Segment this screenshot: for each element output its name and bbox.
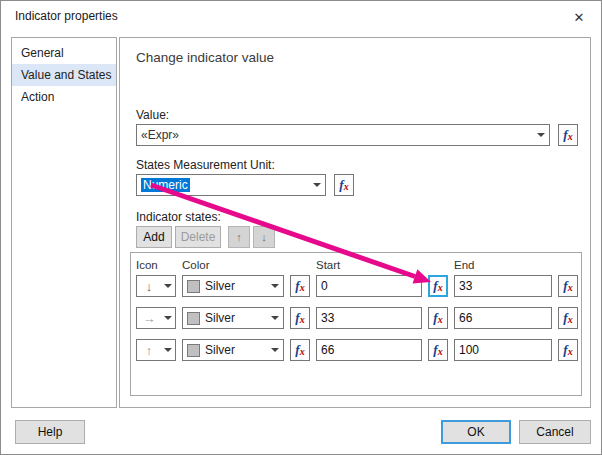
fx-x-glyph: x bbox=[568, 282, 573, 293]
fx-x-glyph: x bbox=[300, 282, 305, 293]
end-input[interactable] bbox=[454, 275, 552, 297]
end-fx-button[interactable]: fx bbox=[558, 307, 578, 329]
fx-x-glyph: x bbox=[438, 346, 443, 357]
column-header-color: Color bbox=[182, 259, 284, 271]
indicator-state-row: → Silver fx fx fx bbox=[136, 307, 576, 329]
indicator-states-table: Icon Color Start End ↓ Silver fx bbox=[130, 252, 582, 396]
help-button[interactable]: Help bbox=[15, 420, 85, 444]
start-input[interactable] bbox=[316, 307, 422, 329]
start-input[interactable] bbox=[316, 339, 422, 361]
indicator-properties-dialog: Indicator properties ✕ General Value and… bbox=[0, 0, 602, 455]
icon-combobox[interactable]: → bbox=[136, 307, 176, 329]
icon-combobox[interactable]: ↑ bbox=[136, 339, 176, 361]
end-fx-button[interactable]: fx bbox=[558, 339, 578, 361]
color-fx-button[interactable]: fx bbox=[290, 339, 310, 361]
unit-selected-text: Numeric bbox=[141, 178, 190, 192]
end-input[interactable] bbox=[454, 339, 552, 361]
move-up-icon[interactable]: ↑ bbox=[228, 226, 250, 248]
unit-fx-button[interactable]: fx bbox=[334, 174, 354, 196]
color-combobox[interactable]: Silver bbox=[182, 275, 284, 297]
add-state-button[interactable]: Add bbox=[136, 226, 172, 248]
color-fx-button[interactable]: fx bbox=[290, 307, 310, 329]
indicator-state-row: ↑ Silver fx fx fx bbox=[136, 339, 576, 361]
unit-label: States Measurement Unit: bbox=[136, 158, 275, 172]
column-header-end: End bbox=[454, 259, 552, 271]
icon-combobox[interactable]: ↓ bbox=[136, 275, 176, 297]
sidebar-item-value-and-states[interactable]: Value and States bbox=[12, 64, 116, 86]
color-swatch bbox=[187, 344, 200, 357]
color-combobox[interactable]: Silver bbox=[182, 307, 284, 329]
value-combobox[interactable]: «Expr» bbox=[136, 124, 550, 146]
page-title: Change indicator value bbox=[136, 50, 274, 65]
fx-x-glyph: x bbox=[300, 314, 305, 325]
chevron-down-icon[interactable] bbox=[537, 133, 545, 137]
cancel-button[interactable]: Cancel bbox=[519, 420, 591, 444]
dialog-title: Indicator properties bbox=[15, 9, 118, 23]
fx-x-glyph: x bbox=[438, 314, 443, 325]
right-arrow-icon: → bbox=[140, 311, 158, 326]
title-bar: Indicator properties ✕ bbox=[1, 1, 601, 31]
chevron-down-icon[interactable] bbox=[313, 183, 321, 187]
start-fx-button[interactable]: fx bbox=[428, 339, 448, 361]
ok-button[interactable]: OK bbox=[441, 420, 511, 444]
chevron-down-icon[interactable] bbox=[164, 284, 172, 288]
color-fx-button[interactable]: fx bbox=[290, 275, 310, 297]
main-panel: Change indicator value Value: «Expr» fx … bbox=[119, 37, 591, 408]
start-fx-button[interactable]: fx bbox=[428, 307, 448, 329]
sidebar-item-general[interactable]: General bbox=[12, 42, 116, 64]
value-text: «Expr» bbox=[141, 128, 531, 142]
down-arrow-icon: ↓ bbox=[140, 279, 158, 294]
chevron-down-icon[interactable] bbox=[271, 348, 279, 352]
fx-x-glyph: x bbox=[568, 131, 573, 142]
start-input[interactable] bbox=[316, 275, 422, 297]
color-combobox[interactable]: Silver bbox=[182, 339, 284, 361]
start-fx-button[interactable]: fx bbox=[428, 275, 448, 297]
color-swatch bbox=[187, 280, 200, 293]
column-header-icon: Icon bbox=[136, 259, 176, 271]
table-header-row: Icon Color Start End bbox=[136, 257, 576, 273]
fx-x-glyph: x bbox=[438, 282, 443, 293]
color-name: Silver bbox=[205, 279, 265, 293]
chevron-down-icon[interactable] bbox=[271, 284, 279, 288]
sidebar-item-action[interactable]: Action bbox=[12, 86, 116, 108]
indicator-state-row: ↓ Silver fx fx fx bbox=[136, 275, 576, 297]
fx-x-glyph: x bbox=[300, 346, 305, 357]
column-header-start: Start bbox=[316, 259, 422, 271]
chevron-down-icon[interactable] bbox=[164, 348, 172, 352]
indicator-states-label: Indicator states: bbox=[136, 210, 221, 224]
color-swatch bbox=[187, 312, 200, 325]
end-fx-button[interactable]: fx bbox=[558, 275, 578, 297]
chevron-down-icon[interactable] bbox=[271, 316, 279, 320]
chevron-down-icon[interactable] bbox=[164, 316, 172, 320]
end-input[interactable] bbox=[454, 307, 552, 329]
move-down-icon[interactable]: ↓ bbox=[253, 226, 275, 248]
color-name: Silver bbox=[205, 343, 265, 357]
states-toolbar: Add Delete ↑ ↓ bbox=[136, 226, 278, 248]
fx-x-glyph: x bbox=[568, 314, 573, 325]
close-icon[interactable]: ✕ bbox=[569, 7, 589, 27]
color-name: Silver bbox=[205, 311, 265, 325]
up-arrow-icon: ↑ bbox=[140, 343, 158, 358]
delete-state-button[interactable]: Delete bbox=[175, 226, 221, 248]
unit-combobox[interactable]: Numeric bbox=[136, 174, 326, 196]
value-label: Value: bbox=[136, 108, 169, 122]
sidebar: General Value and States Action bbox=[11, 37, 117, 408]
fx-x-glyph: x bbox=[568, 346, 573, 357]
value-fx-button[interactable]: fx bbox=[558, 124, 578, 146]
fx-x-glyph: x bbox=[344, 181, 349, 192]
